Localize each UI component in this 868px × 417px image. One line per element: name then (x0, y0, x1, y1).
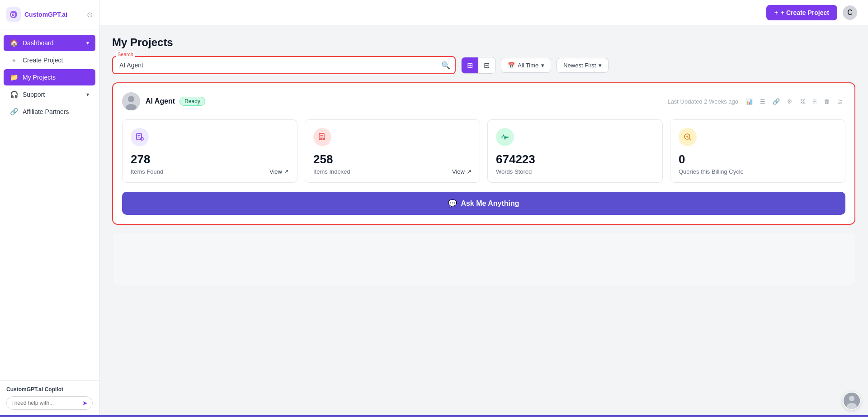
ask-btn-label: Ask Me Anything (461, 199, 519, 208)
topbar: + + Create Project C (99, 0, 868, 25)
chevron-down-sort-icon: ▾ (599, 62, 602, 69)
document-icon (135, 133, 144, 142)
ghost-card-1 (112, 232, 855, 286)
search-queries-icon (683, 133, 692, 142)
bottom-right-avatar (843, 392, 861, 410)
ghost-cards-area (112, 232, 855, 286)
svg-text:G: G (11, 11, 15, 18)
search-icon: 🔍 (441, 61, 450, 70)
items-indexed-label: Items Indexed (313, 168, 350, 175)
page-title: My Projects (112, 36, 855, 49)
copy-icon[interactable]: ⎘ (813, 98, 816, 105)
dashboard-icon: 🏠 (10, 39, 18, 47)
main-content: + + Create Project C My Projects Search … (99, 0, 868, 417)
documents-icon[interactable]: ☰ (760, 98, 765, 105)
chevron-down-icon-support: ▾ (86, 91, 89, 98)
sidebar-nav: 🏠 Dashboard ▾ + Create Project 📁 My Proj… (0, 29, 99, 380)
stat-label-row-indexed: Items Indexed View ↗ (313, 168, 472, 175)
card-header: AI Agent Ready Last Updated 2 Weeks ago … (122, 92, 845, 110)
chevron-down-time-icon: ▾ (541, 62, 544, 69)
external-link-icon-found: ↗ (284, 168, 289, 175)
stat-card-queries: 0 Queries this Billing Cycle (670, 119, 845, 183)
sidebar-item-label-support: Support (23, 91, 45, 98)
copilot-section: CustomGPT.ai Copilot ➤ (0, 380, 99, 417)
external-link-icon-indexed: ↗ (467, 168, 472, 175)
topbar-avatar: C (843, 5, 857, 20)
queries-number: 0 (679, 152, 837, 166)
archive-icon[interactable]: 🗂 (837, 98, 843, 105)
content-area: My Projects Search 🔍 ⊞ ⊟ 📅 All Time ▾ Ne… (99, 25, 868, 417)
words-stored-number: 674223 (496, 152, 654, 166)
plus-create-icon: + (774, 9, 778, 16)
logo-text: CustomGPT.ai (24, 11, 67, 18)
queries-icon (679, 128, 697, 146)
analytics-icon[interactable]: 📊 (745, 98, 753, 105)
sidebar-item-label-create: Create Project (23, 57, 63, 64)
stats-grid: 278 Items Found View ↗ (122, 119, 845, 183)
sidebar: G CustomGPT.ai ⊙ 🏠 Dashboard ▾ + Create … (0, 0, 99, 417)
items-found-icon (131, 128, 149, 146)
items-found-view-link[interactable]: View ↗ (269, 168, 289, 175)
project-avatar (122, 92, 140, 110)
svg-point-7 (141, 137, 143, 140)
search-label: Search (116, 52, 135, 57)
sidebar-item-affiliate[interactable]: 🔗 Affiliate Partners (4, 104, 95, 120)
items-found-number: 278 (131, 152, 289, 166)
time-filter-label: All Time (518, 62, 538, 69)
stat-label-row-queries: Queries this Billing Cycle (679, 168, 837, 175)
logo-icon: G (6, 7, 21, 22)
sidebar-item-label-dashboard: Dashboard (23, 39, 54, 47)
svg-point-9 (323, 138, 325, 140)
ask-me-anything-button[interactable]: 💬 Ask Me Anything (122, 192, 845, 215)
bottom-bar (0, 415, 868, 417)
create-project-button[interactable]: + + Create Project (766, 5, 837, 20)
words-stored-label: Words Stored (496, 168, 532, 175)
avatar-svg (122, 92, 140, 110)
view-toggle: ⊞ ⊟ (461, 57, 495, 74)
support-icon: 🎧 (10, 90, 18, 99)
search-input[interactable] (112, 56, 456, 74)
stat-label-row-words: Words Stored (496, 168, 654, 175)
chevron-down-icon: ▾ (86, 40, 89, 46)
sort-filter[interactable]: Newest First ▾ (557, 58, 609, 73)
copilot-title: CustomGPT.ai Copilot (6, 386, 93, 393)
affiliate-icon: 🔗 (10, 108, 18, 116)
sidebar-item-create-project[interactable]: + Create Project (4, 52, 95, 68)
items-indexed-view-link[interactable]: View ↗ (452, 168, 472, 175)
project-card: AI Agent Ready Last Updated 2 Weeks ago … (112, 82, 855, 225)
items-indexed-number: 258 (313, 152, 472, 166)
project-name: AI Agent (146, 97, 175, 105)
sidebar-item-label-projects: My Projects (23, 74, 56, 81)
stat-label-row-found: Items Found View ↗ (131, 168, 289, 175)
chat-icon: 💬 (448, 199, 457, 208)
copilot-send-icon[interactable]: ➤ (82, 399, 88, 407)
pulse-icon (500, 133, 509, 142)
card-actions: Last Updated 2 Weeks ago 📊 ☰ 🔗 ⚙ ⛓ ⎘ 🗑 🗂 (667, 98, 845, 105)
settings-icon[interactable]: ⚙ (787, 98, 793, 105)
view-label-indexed: View (452, 168, 465, 175)
sidebar-item-dashboard[interactable]: 🏠 Dashboard ▾ (4, 35, 95, 51)
logo-area: G CustomGPT.ai ⊙ (0, 0, 99, 29)
sidebar-item-support[interactable]: 🎧 Support ▾ (4, 86, 95, 103)
list-view-button[interactable]: ⊞ (462, 57, 478, 73)
copilot-input-wrap: ➤ (6, 396, 93, 410)
embed-icon[interactable]: ⛓ (800, 98, 806, 105)
sidebar-item-label-affiliate: Affiliate Partners (23, 108, 69, 115)
status-badge: Ready (179, 97, 205, 106)
sidebar-item-my-projects[interactable]: 📁 My Projects (4, 69, 95, 85)
plus-icon: + (10, 56, 18, 64)
copilot-input[interactable] (11, 400, 80, 406)
link-icon[interactable]: 🔗 (773, 98, 780, 105)
queries-label: Queries this Billing Cycle (679, 168, 744, 175)
delete-icon[interactable]: 🗑 (824, 98, 830, 105)
notification-bell-icon[interactable]: ⊙ (87, 10, 93, 19)
search-row: Search 🔍 ⊞ ⊟ 📅 All Time ▾ Newest First ▾ (112, 56, 855, 74)
stat-card-words-stored: 674223 Words Stored (487, 119, 663, 183)
calendar-icon: 📅 (508, 62, 515, 69)
my-projects-icon: 📁 (10, 73, 18, 81)
view-label-found: View (269, 168, 282, 175)
time-filter[interactable]: 📅 All Time ▾ (501, 58, 551, 73)
user-avatar-svg (844, 393, 860, 409)
grid-view-button[interactable]: ⊟ (478, 57, 495, 73)
words-stored-icon (496, 128, 514, 146)
